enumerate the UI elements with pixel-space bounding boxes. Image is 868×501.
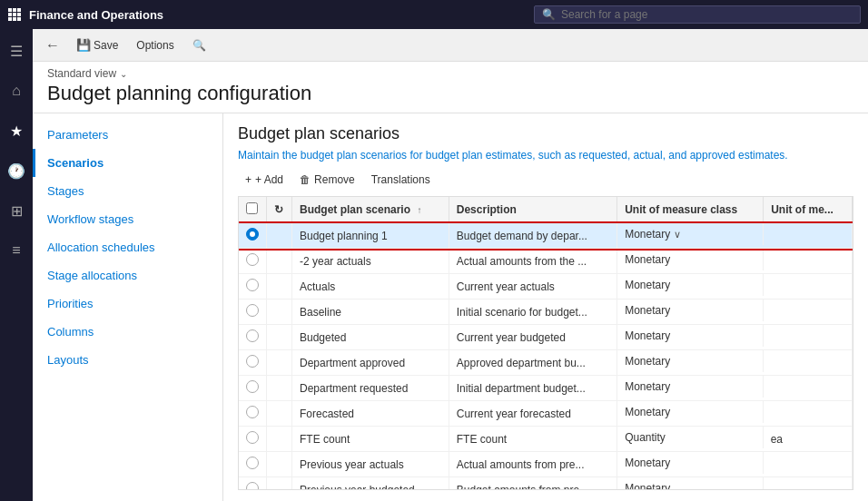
clock-icon[interactable]: 🕐: [2, 156, 31, 185]
nav-item-columns[interactable]: Columns: [33, 318, 222, 346]
row-radio-cell[interactable]: [239, 325, 267, 350]
row-unit-class[interactable]: Monetary ∨: [617, 223, 764, 245]
table-row[interactable]: ForecastedCurrent year forecastedMonetar…: [239, 401, 853, 427]
breadcrumb-label: Standard view: [47, 67, 116, 80]
col-header-refresh: ↻: [267, 197, 292, 223]
row-unit-class: Quantity: [617, 427, 764, 448]
row-unit-class: Monetary: [617, 452, 764, 474]
search-input[interactable]: [561, 8, 853, 21]
row-unit-class: Monetary: [617, 249, 764, 270]
radio-dot: [246, 431, 259, 444]
remove-button[interactable]: 🗑 Remove: [292, 171, 362, 189]
main-area: ← 💾 Save Options 🔍 Standard view ⌄ Budge…: [33, 29, 868, 501]
row-unit-me: ea: [764, 427, 853, 452]
row-radio-cell[interactable]: [239, 249, 267, 274]
select-all-checkbox[interactable]: [246, 202, 258, 214]
table-row[interactable]: ActualsCurrent year actualsMonetary: [239, 274, 853, 300]
svg-rect-4: [13, 13, 16, 16]
row-refresh-cell: [267, 350, 292, 376]
breadcrumb: Standard view ⌄: [33, 62, 868, 80]
row-radio-cell[interactable]: [239, 274, 267, 300]
row-description: FTE count: [449, 427, 616, 452]
nav-item-scenarios[interactable]: Scenarios: [33, 149, 222, 177]
nav-item-workflow-stages[interactable]: Workflow stages: [33, 205, 222, 233]
sidebar-icons: ☰ ⌂ ★ 🕐 ⊞ ≡: [0, 29, 33, 501]
module-icon[interactable]: ⊞: [2, 196, 31, 225]
row-scenario: Department approved: [292, 350, 449, 376]
row-refresh-cell: [267, 223, 292, 249]
table-row[interactable]: Previous year actualsActual amounts from…: [239, 452, 853, 477]
radio-dot: [246, 380, 259, 393]
row-scenario: -2 year actuals: [292, 249, 449, 274]
svg-rect-5: [17, 13, 21, 16]
remove-icon: 🗑: [300, 173, 311, 186]
row-refresh-cell: [267, 274, 292, 300]
col-header-description[interactable]: Description: [449, 197, 616, 223]
nav-item-stage-allocations[interactable]: Stage allocations: [33, 261, 222, 290]
col-header-unit-class[interactable]: Unit of measure class: [617, 197, 764, 223]
radio-dot: [246, 482, 259, 490]
col-header-scenario[interactable]: Budget plan scenario ↑: [292, 197, 449, 223]
svg-rect-8: [17, 17, 21, 21]
home-icon[interactable]: ⌂: [2, 76, 31, 105]
row-scenario: Previous year actuals: [292, 452, 449, 477]
back-button[interactable]: ←: [40, 35, 65, 55]
svg-rect-7: [13, 17, 16, 21]
search-bar[interactable]: 🔍: [534, 5, 861, 24]
row-unit-me: [764, 452, 853, 477]
row-unit-me: [764, 274, 853, 300]
table-row[interactable]: Department requestedInitial department b…: [239, 376, 853, 401]
nav-item-layouts[interactable]: Layouts: [33, 346, 222, 374]
row-refresh-cell: [267, 477, 292, 491]
row-radio-cell[interactable]: [239, 477, 267, 491]
row-unit-me: [764, 300, 853, 325]
row-radio-cell[interactable]: [239, 427, 267, 452]
list-icon[interactable]: ≡: [2, 236, 31, 265]
app-title: Finance and Operations: [29, 8, 527, 22]
table-row[interactable]: Budget planning 1Budget demand by depar.…: [239, 223, 853, 249]
top-nav: Finance and Operations 🔍: [0, 0, 868, 29]
row-radio-cell[interactable]: [239, 223, 267, 249]
table-row[interactable]: BaselineInitial scenario for budget...Mo…: [239, 300, 853, 325]
row-refresh-cell: [267, 401, 292, 427]
row-unit-class: Monetary: [617, 300, 764, 321]
menu-icon[interactable]: ☰: [2, 36, 31, 65]
refresh-icon[interactable]: ↻: [274, 203, 283, 216]
row-unit-class: Monetary: [617, 325, 764, 347]
add-button[interactable]: + + Add: [238, 171, 291, 189]
row-unit-me: [764, 350, 853, 376]
row-refresh-cell: [267, 452, 292, 477]
row-scenario: Department requested: [292, 376, 449, 401]
nav-item-allocation-schedules[interactable]: Allocation schedules: [33, 233, 222, 261]
row-scenario: Budgeted: [292, 325, 449, 350]
star-icon[interactable]: ★: [2, 116, 31, 145]
grid-menu-icon[interactable]: [7, 7, 22, 22]
row-radio-cell[interactable]: [239, 452, 267, 477]
table-row[interactable]: FTE countFTE countQuantityea: [239, 427, 853, 452]
row-radio-cell[interactable]: [239, 350, 267, 376]
table-row[interactable]: BudgetedCurrent year budgetedMonetary: [239, 325, 853, 350]
row-radio-cell[interactable]: [239, 401, 267, 427]
row-radio-cell[interactable]: [239, 376, 267, 401]
table-row[interactable]: Previous year budgetedBudget amounts fro…: [239, 477, 853, 491]
row-radio-cell[interactable]: [239, 300, 267, 325]
row-description: Current year forecasted: [449, 401, 616, 427]
radio-dot: [246, 304, 259, 317]
nav-item-parameters[interactable]: Parameters: [33, 121, 222, 149]
col-header-unit-me[interactable]: Unit of me...: [764, 197, 853, 223]
translations-button[interactable]: Translations: [364, 171, 438, 189]
search-toolbar-button[interactable]: 🔍: [185, 36, 213, 54]
row-unit-class: Monetary: [617, 274, 764, 296]
radio-dot: [246, 329, 259, 342]
save-button[interactable]: 💾 Save: [69, 35, 125, 54]
nav-item-priorities[interactable]: Priorities: [33, 290, 222, 318]
svg-rect-0: [8, 8, 12, 12]
toolbar: ← 💾 Save Options 🔍: [33, 29, 868, 62]
svg-rect-6: [8, 17, 12, 21]
right-content: Budget plan scenarios Maintain the budge…: [223, 113, 868, 501]
options-button[interactable]: Options: [129, 36, 181, 54]
dropdown-chevron-icon[interactable]: ∨: [674, 229, 681, 241]
nav-item-stages[interactable]: Stages: [33, 177, 222, 205]
table-row[interactable]: -2 year actualsActual amounts from the .…: [239, 249, 853, 274]
table-row[interactable]: Department approvedApproved department b…: [239, 350, 853, 376]
